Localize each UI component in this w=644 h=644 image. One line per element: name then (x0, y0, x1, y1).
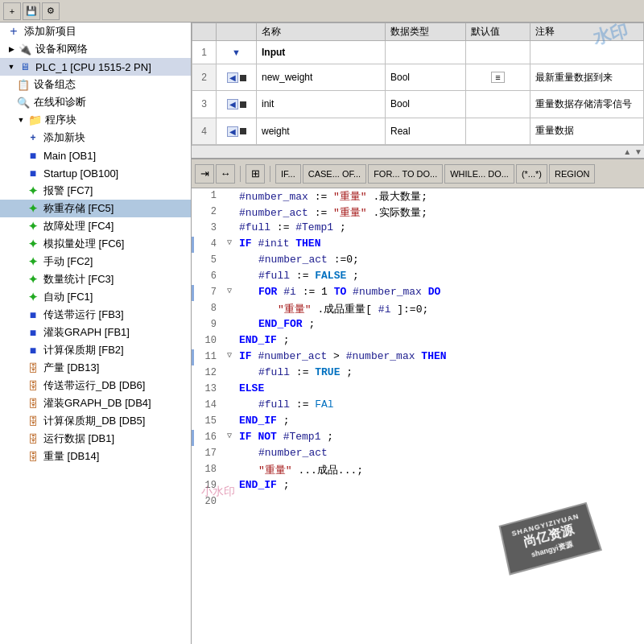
sidebar-item-label: 灌装GRAPH [FB1] (43, 325, 130, 340)
code-editor[interactable]: 1 #number_max := "重量" .最大数量; 2 #number_a… (192, 188, 644, 644)
sidebar-item-add-block[interactable]: + 添加新块 (0, 129, 191, 147)
string-literal: "重量" (258, 464, 292, 477)
sidebar-item-prog-blocks[interactable]: ▼ 📁 程序块 (0, 111, 191, 129)
sidebar-item-fill-graph[interactable]: ■ 灌装GRAPH [FB1] (0, 324, 191, 341)
sidebar-item-weight-db[interactable]: 🗄 重量 [DB14] (0, 448, 191, 465)
line-content[interactable]: IF #number_act > #number_max THEN (236, 350, 644, 362)
line-content[interactable]: ELSE (236, 382, 644, 394)
code-line-11: 11 ▽ IF #number_act > #number_max THEN (192, 349, 644, 365)
var-ref2: #Temp1 (295, 221, 333, 233)
col-header-num (192, 23, 217, 41)
line-content[interactable]: #number_act (236, 447, 644, 459)
col-header-icon (217, 23, 257, 41)
sidebar-item-weight-store[interactable]: ✦ 称重存储 [FC5] (0, 200, 191, 217)
line-content[interactable]: IF #init THEN (236, 237, 644, 250)
line-content[interactable]: END_IF ; (236, 415, 644, 427)
keyword-to: TO (334, 286, 347, 298)
sidebar-item-main-ob1[interactable]: ■ Main [OB1] (0, 147, 191, 164)
comment-btn[interactable]: (*...*) (516, 164, 547, 184)
row-type: Bool (386, 91, 466, 118)
sidebar-item-output-db[interactable]: 🗄 产量 [DB13] (0, 359, 191, 377)
region-btn[interactable]: REGION (549, 164, 595, 184)
row-name[interactable]: weight (257, 118, 386, 144)
sidebar-item-alarm[interactable]: ✦ 报警 [FC7] (0, 182, 191, 200)
line-content[interactable]: #full := #Temp1 ; (236, 221, 644, 233)
sidebar-item-stats[interactable]: ✦ 数量统计 [FC3] (0, 270, 191, 288)
for-btn[interactable]: FOR... TO DO... (368, 164, 443, 184)
sidebar-item-manual[interactable]: ✦ 手动 [FC2] (0, 253, 191, 270)
toolbar-sep (240, 166, 241, 182)
line-content[interactable]: #number_act :=0; (236, 254, 644, 266)
unindent-btn[interactable]: ↔ (216, 164, 235, 184)
row-num: 2 (192, 64, 217, 90)
code-toolbar: ⇥ ↔ ⊞ IF... CASE... OF... FOR... TO DO..… (192, 159, 644, 188)
sidebar-item-add[interactable]: + 添加新项目 (0, 23, 191, 40)
col-header-type: 数据类型 (386, 23, 466, 41)
var-ref: #Temp1 (283, 431, 321, 443)
sidebar-item-fault[interactable]: ✦ 故障处理 [FC4] (0, 217, 191, 235)
row-num: 4 (192, 118, 217, 144)
line-number: 17 (194, 447, 223, 459)
sidebar-item-run-data-db[interactable]: 🗄 运行数据 [DB1] (0, 430, 191, 448)
sidebar-item-devices[interactable]: ▶ 🔌 设备和网络 (0, 40, 191, 58)
var-ref: #number_act (258, 447, 328, 459)
line-content[interactable]: FOR #i := 1 TO #number_max DO (236, 286, 644, 298)
var-ref: #full (258, 398, 290, 411)
line-content[interactable]: END_FOR ; (236, 318, 644, 330)
sidebar-item-calc-db[interactable]: 🗄 计算保质期_DB [DB5] (0, 412, 191, 430)
sidebar-item-conveyor-db[interactable]: 🗄 传送带运行_DB [DB6] (0, 377, 191, 394)
line-content[interactable]: #number_max := "重量" .最大数量; (236, 189, 644, 204)
sidebar-item-label: 添加新块 (43, 130, 85, 145)
keyword-if3: IF (239, 431, 252, 443)
sidebar-item-analog[interactable]: ✦ 模拟量处理 [FC6] (0, 235, 191, 253)
line-content[interactable]: IF NOT #Temp1 ; (236, 431, 644, 443)
line-content[interactable]: #number_act := "重量" .实际数量; (236, 205, 644, 220)
line-number: 4 (194, 237, 223, 250)
line-content[interactable]: END_IF ; (236, 479, 644, 491)
code-line-20: 20 (192, 494, 644, 510)
if-btn[interactable]: IF... (275, 164, 301, 184)
sidebar-item-label: 传送带运行_DB [DB6] (43, 378, 145, 393)
row-comment (530, 41, 644, 64)
calc-db-icon: 🗄 (26, 414, 40, 428)
line-content[interactable]: #full := FAl (236, 398, 644, 411)
line-number: 2 (194, 205, 223, 217)
case-btn[interactable]: CASE... OF... (303, 164, 366, 184)
table-row: 2 ◀ new_weight Bool ≡ (192, 64, 644, 90)
row-name[interactable]: init (257, 91, 386, 118)
code-line-15: 15 END_IF ; (192, 414, 644, 430)
sidebar-item-conveyor[interactable]: ■ 传送带运行 [FB3] (0, 306, 191, 324)
toolbar-save-btn[interactable]: 💾 (23, 2, 40, 20)
indent-btn[interactable]: ⇥ (195, 164, 214, 184)
sidebar-item-device-config[interactable]: 📋 设备组态 (0, 76, 191, 93)
toolbar-compile-btn[interactable]: ⚙ (42, 2, 60, 20)
sidebar-item-auto[interactable]: ✦ 自动 [FC1] (0, 288, 191, 306)
sidebar-item-startup[interactable]: ■ Startup [OB100] (0, 164, 191, 182)
run-data-icon: 🗄 (26, 431, 40, 446)
code-line-10: 10 END_IF ; (192, 333, 644, 349)
line-content[interactable]: "重量" ...成品...; (236, 463, 644, 477)
fill-graph-icon: ■ (26, 325, 40, 340)
line-number: 3 (194, 221, 223, 233)
line-number: 18 (194, 463, 223, 475)
toolbar-add-btn[interactable]: + (3, 2, 21, 20)
device-config-icon: 📋 (16, 77, 31, 92)
code-line-14: 14 #full := FAl (192, 398, 644, 414)
while-btn[interactable]: WHILE... DO... (444, 164, 514, 184)
sidebar-item-online-diag[interactable]: 🔍 在线和诊断 (0, 93, 191, 111)
line-content[interactable]: #full := TRUE ; (236, 366, 644, 378)
line-number: 8 (194, 302, 223, 314)
line-content[interactable]: #full := FALSE ; (236, 270, 644, 282)
sidebar-item-fill-db[interactable]: 🗄 灌装GRAPH_DB [DB4] (0, 394, 191, 412)
row-section-label: Input (257, 41, 386, 64)
keyword-if: IF (239, 237, 252, 250)
row-name[interactable]: new_weight (257, 64, 386, 90)
line-content[interactable]: END_IF ; (236, 334, 644, 346)
keyword-then2: THEN (421, 350, 446, 362)
bool-literal: TRUE (315, 366, 340, 378)
insert-btn[interactable]: ⊞ (246, 164, 265, 184)
sidebar-item-calc-expiry[interactable]: ■ 计算保质期 [FB2] (0, 341, 191, 359)
line-content[interactable]: "重量" .成品重量[ #i ]:=0; (236, 302, 644, 316)
ob1-icon: ■ (26, 148, 40, 163)
sidebar-item-plc1[interactable]: ▼ 🖥 PLC_1 [CPU 1515-2 PN] (0, 58, 191, 76)
